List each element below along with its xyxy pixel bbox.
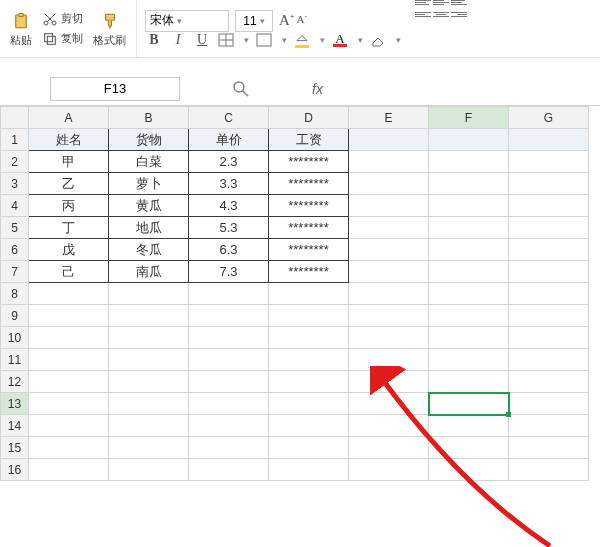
italic-button[interactable]: I bbox=[169, 32, 187, 48]
col-header[interactable]: G bbox=[509, 107, 589, 129]
cell[interactable] bbox=[109, 327, 189, 349]
cell[interactable]: 己 bbox=[29, 261, 109, 283]
cell[interactable]: ******** bbox=[269, 151, 349, 173]
cell[interactable] bbox=[189, 415, 269, 437]
row-header[interactable]: 9 bbox=[1, 305, 29, 327]
cell[interactable]: 冬瓜 bbox=[109, 239, 189, 261]
cell[interactable] bbox=[509, 283, 589, 305]
row-header[interactable]: 2 bbox=[1, 151, 29, 173]
cell[interactable] bbox=[509, 129, 589, 151]
align-left-icon[interactable] bbox=[415, 12, 431, 22]
cell[interactable] bbox=[109, 459, 189, 481]
cell[interactable]: 甲 bbox=[29, 151, 109, 173]
cell[interactable] bbox=[349, 327, 429, 349]
cell[interactable] bbox=[349, 283, 429, 305]
cell[interactable] bbox=[429, 261, 509, 283]
cell[interactable] bbox=[349, 459, 429, 481]
cell[interactable] bbox=[109, 437, 189, 459]
font-color-button[interactable]: A bbox=[331, 32, 349, 48]
cell[interactable] bbox=[349, 217, 429, 239]
cell[interactable]: 丙 bbox=[29, 195, 109, 217]
col-header[interactable]: B bbox=[109, 107, 189, 129]
cell[interactable]: 萝卜 bbox=[109, 173, 189, 195]
cell[interactable]: 乙 bbox=[29, 173, 109, 195]
cell[interactable]: 单价 bbox=[189, 129, 269, 151]
row-header[interactable]: 1 bbox=[1, 129, 29, 151]
cell[interactable] bbox=[349, 371, 429, 393]
cell[interactable]: 货物 bbox=[109, 129, 189, 151]
cell[interactable] bbox=[29, 305, 109, 327]
cell[interactable] bbox=[269, 305, 349, 327]
row-header[interactable]: 11 bbox=[1, 349, 29, 371]
cell[interactable] bbox=[509, 459, 589, 481]
cell[interactable]: 3.3 bbox=[189, 173, 269, 195]
row-header[interactable]: 14 bbox=[1, 415, 29, 437]
cell[interactable] bbox=[349, 349, 429, 371]
cell[interactable] bbox=[429, 151, 509, 173]
col-header[interactable]: C bbox=[189, 107, 269, 129]
cell[interactable] bbox=[109, 305, 189, 327]
cell[interactable]: 姓名 bbox=[29, 129, 109, 151]
cell[interactable] bbox=[29, 393, 109, 415]
underline-button[interactable]: U bbox=[193, 32, 211, 48]
cell[interactable] bbox=[269, 459, 349, 481]
cell[interactable] bbox=[349, 129, 429, 151]
cell[interactable] bbox=[429, 371, 509, 393]
row-header[interactable]: 13 bbox=[1, 393, 29, 415]
cell[interactable]: 7.3 bbox=[189, 261, 269, 283]
cell[interactable] bbox=[109, 349, 189, 371]
cell[interactable]: 地瓜 bbox=[109, 217, 189, 239]
cell[interactable]: ******** bbox=[269, 173, 349, 195]
cell[interactable]: 5.3 bbox=[189, 217, 269, 239]
cell[interactable] bbox=[29, 283, 109, 305]
cell[interactable] bbox=[429, 129, 509, 151]
row-header[interactable]: 4 bbox=[1, 195, 29, 217]
cell[interactable] bbox=[349, 239, 429, 261]
cell[interactable] bbox=[109, 393, 189, 415]
cell[interactable] bbox=[429, 349, 509, 371]
cell[interactable] bbox=[429, 217, 509, 239]
cell[interactable] bbox=[349, 305, 429, 327]
align-right-icon[interactable] bbox=[451, 12, 467, 22]
cell[interactable]: 2.3 bbox=[189, 151, 269, 173]
row-header[interactable]: 10 bbox=[1, 327, 29, 349]
align-top-icon[interactable] bbox=[415, 0, 431, 10]
cell[interactable] bbox=[349, 173, 429, 195]
col-header[interactable]: A bbox=[29, 107, 109, 129]
align-bottom-icon[interactable] bbox=[451, 0, 467, 10]
cell[interactable]: 戊 bbox=[29, 239, 109, 261]
cell[interactable] bbox=[509, 349, 589, 371]
cell[interactable] bbox=[269, 437, 349, 459]
fill-color-button[interactable] bbox=[293, 32, 311, 48]
cell[interactable] bbox=[349, 261, 429, 283]
row-header[interactable]: 6 bbox=[1, 239, 29, 261]
cell[interactable]: 工资 bbox=[269, 129, 349, 151]
cell[interactable] bbox=[189, 305, 269, 327]
cell[interactable] bbox=[189, 437, 269, 459]
cell[interactable] bbox=[189, 371, 269, 393]
cell[interactable] bbox=[189, 459, 269, 481]
cell[interactable]: ******** bbox=[269, 217, 349, 239]
cell[interactable]: ******** bbox=[269, 261, 349, 283]
cell[interactable] bbox=[109, 415, 189, 437]
cell[interactable]: 丁 bbox=[29, 217, 109, 239]
fx-icon[interactable]: fx bbox=[312, 81, 323, 97]
cell[interactable]: ******** bbox=[269, 195, 349, 217]
select-all-corner[interactable] bbox=[1, 107, 29, 129]
paste-button[interactable]: 粘贴 bbox=[6, 10, 36, 48]
cell[interactable]: 南瓜 bbox=[109, 261, 189, 283]
cell[interactable] bbox=[349, 437, 429, 459]
format-painter-button[interactable]: 格式刷 bbox=[89, 10, 130, 48]
align-center-icon[interactable] bbox=[433, 12, 449, 22]
cell[interactable] bbox=[429, 305, 509, 327]
row-header[interactable]: 3 bbox=[1, 173, 29, 195]
cell[interactable] bbox=[269, 283, 349, 305]
cell[interactable] bbox=[509, 371, 589, 393]
cell[interactable]: ******** bbox=[269, 239, 349, 261]
cell[interactable] bbox=[509, 415, 589, 437]
row-header[interactable]: 8 bbox=[1, 283, 29, 305]
cell[interactable] bbox=[429, 437, 509, 459]
copy-button[interactable]: 复制 bbox=[40, 30, 85, 48]
cell[interactable] bbox=[429, 459, 509, 481]
search-icon[interactable] bbox=[232, 80, 250, 98]
